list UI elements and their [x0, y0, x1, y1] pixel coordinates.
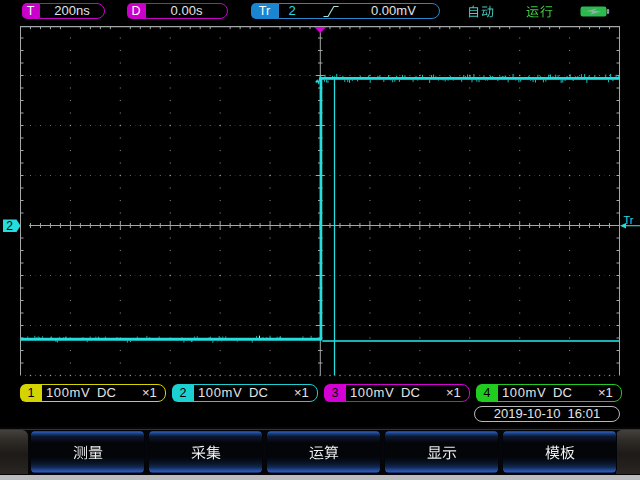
svg-text:2: 2 [6, 219, 13, 233]
